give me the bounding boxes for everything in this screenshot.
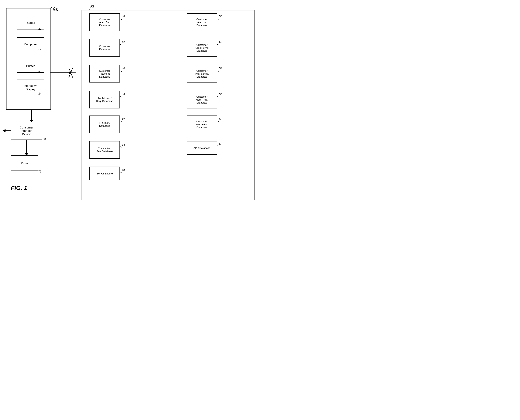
fig-label: FIG. 1 <box>11 185 27 191</box>
cust-info-label: Customer Information Database <box>196 120 208 129</box>
svg-marker-5 <box>3 129 6 132</box>
customer-db-number: 62 <box>122 40 125 43</box>
customer-db-label: Customer Database <box>99 45 110 51</box>
cust-payment-label: Customer Payment Database <box>99 69 110 78</box>
cust-acct-bal-number: 48 <box>122 15 125 18</box>
display-label: Interactive Display <box>23 84 37 91</box>
printer-number: 22 <box>38 70 41 74</box>
computer-label: Computer <box>24 43 37 46</box>
cid-number: 30 <box>43 137 46 141</box>
reader-label: Reader <box>26 21 35 24</box>
transaction-fee-label: Transaction Fee Database <box>97 147 113 153</box>
cust-meth-pmt-label: Customer Meth. Pmt. Database <box>196 95 208 104</box>
cid-box: Consumer Interface Device <box>11 122 42 140</box>
cust-credit-number: 52 <box>219 40 222 43</box>
apr-db-number: 60 <box>219 142 222 146</box>
customer-db-box: Customer Database <box>90 39 120 57</box>
transaction-fee-box: Transaction Fee Database <box>90 141 120 159</box>
printer-label: Printer <box>26 64 35 68</box>
cust-info-box: Customer Information Database <box>187 115 217 133</box>
cust-account-number: 50 <box>219 15 222 18</box>
cust-info-number: 58 <box>219 118 222 121</box>
cust-pmt-sched-number: 54 <box>219 67 222 70</box>
cust-credit-box: Customer Credit Limit Database <box>187 39 217 57</box>
reader-number: 20 <box>38 27 41 30</box>
cid-label: Consumer Interface Device <box>20 126 33 136</box>
kiosk-box: Kiosk <box>11 155 38 171</box>
server-engine-box: Server Engine <box>90 167 120 180</box>
truth-lend-label: Truth/Lend./ Reg. Database <box>96 97 113 103</box>
diagram-container: MS Reader 20 Computer 18 Printer 22 Inte… <box>0 0 260 210</box>
divider-line <box>76 4 76 204</box>
cust-meth-pmt-box: Customer Meth. Pmt. Database <box>187 91 217 108</box>
fin-instr-label: Fin. Instr. Database <box>99 121 110 127</box>
cust-meth-pmt-number: 56 <box>219 93 222 96</box>
cust-credit-label: Customer Credit Limit Database <box>196 43 209 52</box>
transaction-fee-number: 64 <box>122 143 125 146</box>
cust-account-box: Customer Account Database <box>187 13 217 31</box>
server-engine-number: 40 <box>122 169 125 172</box>
fin-instr-box: Fin. Instr. Database <box>90 115 120 133</box>
display-number: 24 <box>38 92 41 95</box>
cust-pmt-sched-label: Customer Pmt. Sched. Database <box>195 69 209 78</box>
truth-lend-box: Truth/Lend./ Reg. Database <box>90 91 120 108</box>
cust-account-label: Customer Account Database <box>196 18 207 27</box>
cust-payment-box: Customer Payment Database <box>90 65 120 82</box>
cust-acct-bal-box: Customer Acct. Bal. Database <box>90 13 120 31</box>
ss-label: SS <box>90 4 94 8</box>
kiosk-number: 72 <box>38 170 41 173</box>
crossing-arrow <box>50 67 79 79</box>
server-engine-label: Server Engine <box>97 172 113 175</box>
computer-number: 18 <box>38 49 41 52</box>
kiosk-label: Kiosk <box>21 161 28 165</box>
cust-pmt-sched-box: Customer Pmt. Sched. Database <box>187 65 217 82</box>
cust-acct-bal-label: Customer Acct. Bal. Database <box>99 18 110 27</box>
apr-db-box: APR Database <box>187 141 217 155</box>
truth-lend-number: 44 <box>122 93 125 96</box>
apr-db-label: APR Database <box>194 147 211 150</box>
fin-instr-number: 42 <box>122 118 125 121</box>
ms-label: MS <box>53 8 58 12</box>
cust-payment-number: 46 <box>122 67 125 70</box>
